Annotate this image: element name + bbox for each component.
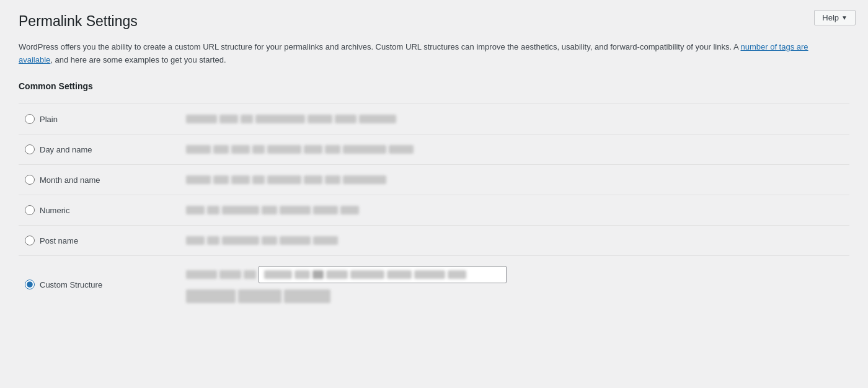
url-segment bbox=[313, 236, 338, 245]
url-segment bbox=[359, 115, 396, 123]
url-segment bbox=[255, 115, 305, 123]
url-segment bbox=[343, 145, 386, 154]
url-segment bbox=[219, 115, 238, 123]
url-segment bbox=[264, 270, 292, 279]
custom-structure-radio-label[interactable]: Custom Structure bbox=[25, 280, 174, 289]
url-segment bbox=[294, 270, 310, 279]
url-segment bbox=[231, 145, 250, 154]
url-segment bbox=[414, 270, 445, 279]
table-row: Day and name bbox=[19, 134, 849, 165]
url-segment bbox=[222, 236, 259, 245]
url-segment bbox=[213, 145, 229, 154]
url-segment bbox=[325, 145, 340, 154]
tag-button[interactable] bbox=[186, 289, 236, 303]
url-segment bbox=[213, 175, 229, 184]
url-segment bbox=[340, 206, 359, 214]
url-segment bbox=[186, 270, 217, 279]
url-segment bbox=[219, 270, 241, 279]
url-segment bbox=[186, 236, 205, 245]
url-segment bbox=[186, 206, 205, 214]
post-name-radio-label[interactable]: Post name bbox=[25, 236, 174, 245]
table-row: Custom Structure bbox=[19, 256, 849, 314]
table-row: Numeric bbox=[19, 195, 849, 226]
table-row: Post name bbox=[19, 226, 849, 256]
page-wrapper: Help ▼ Permalink Settings WordPress offe… bbox=[0, 0, 868, 325]
url-segment bbox=[280, 236, 311, 245]
url-segment bbox=[262, 236, 277, 245]
url-segment bbox=[186, 145, 211, 154]
table-row: Plain bbox=[19, 104, 849, 134]
url-segment bbox=[304, 145, 322, 154]
url-segment bbox=[267, 175, 301, 184]
chevron-down-icon: ▼ bbox=[841, 14, 848, 21]
url-segment bbox=[186, 115, 217, 123]
page-description: WordPress offers you the ability to crea… bbox=[19, 41, 825, 67]
description-text-before: WordPress offers you the ability to crea… bbox=[19, 42, 740, 51]
plain-radio-label[interactable]: Plain bbox=[25, 114, 174, 124]
post-name-url-preview bbox=[186, 236, 843, 245]
url-segment bbox=[350, 270, 384, 279]
custom-structure-tags-row bbox=[186, 287, 843, 303]
custom-structure-label: Custom Structure bbox=[40, 280, 102, 289]
url-segment bbox=[313, 206, 338, 214]
page-title: Permalink Settings bbox=[19, 12, 849, 31]
url-segment bbox=[222, 206, 259, 214]
url-segment bbox=[326, 270, 348, 279]
url-segment bbox=[304, 175, 322, 184]
common-settings-title: Common Settings bbox=[19, 81, 849, 91]
day-and-name-label: Day and name bbox=[40, 145, 92, 154]
permalink-settings-table: Plain bbox=[19, 104, 849, 313]
url-segment bbox=[207, 236, 219, 245]
url-segment bbox=[267, 145, 301, 154]
url-segment bbox=[207, 206, 219, 214]
url-segment bbox=[308, 115, 332, 123]
url-segment bbox=[448, 270, 466, 279]
tag-button[interactable] bbox=[284, 289, 330, 303]
numeric-url-preview bbox=[186, 206, 843, 214]
url-segment bbox=[387, 270, 412, 279]
url-segment bbox=[186, 175, 211, 184]
url-segment bbox=[262, 206, 277, 214]
month-and-name-radio-label[interactable]: Month and name bbox=[25, 175, 174, 185]
custom-structure-input-container[interactable] bbox=[259, 266, 507, 283]
url-segment bbox=[280, 206, 311, 214]
custom-structure-input-row bbox=[186, 266, 843, 283]
url-segment bbox=[252, 175, 265, 184]
numeric-radio[interactable] bbox=[25, 205, 35, 215]
url-segment bbox=[241, 115, 253, 123]
plain-label: Plain bbox=[40, 115, 58, 124]
help-button-label: Help bbox=[822, 13, 839, 22]
url-segment bbox=[312, 270, 324, 279]
plain-radio[interactable] bbox=[25, 114, 35, 124]
url-segment bbox=[389, 145, 414, 154]
numeric-label: Numeric bbox=[40, 206, 69, 215]
day-and-name-url-preview bbox=[186, 145, 843, 154]
plain-url-preview bbox=[186, 115, 843, 123]
post-name-label: Post name bbox=[40, 236, 78, 245]
table-row: Month and name bbox=[19, 165, 849, 195]
url-segment bbox=[252, 145, 265, 154]
description-text-after: , and here are some examples to get you … bbox=[50, 55, 226, 64]
post-name-radio[interactable] bbox=[25, 236, 35, 245]
custom-structure-radio[interactable] bbox=[25, 280, 35, 289]
month-and-name-label: Month and name bbox=[40, 175, 100, 185]
url-segment bbox=[325, 175, 340, 184]
day-and-name-radio[interactable] bbox=[25, 144, 35, 154]
url-segment bbox=[335, 115, 356, 123]
url-segment bbox=[343, 175, 386, 184]
tag-button[interactable] bbox=[238, 289, 281, 303]
url-segment bbox=[244, 270, 256, 279]
month-and-name-radio[interactable] bbox=[25, 175, 35, 185]
custom-structure-preview bbox=[186, 266, 843, 303]
numeric-radio-label[interactable]: Numeric bbox=[25, 205, 174, 215]
url-segment bbox=[231, 175, 250, 184]
help-button[interactable]: Help ▼ bbox=[814, 10, 856, 25]
month-and-name-url-preview bbox=[186, 175, 843, 184]
day-and-name-radio-label[interactable]: Day and name bbox=[25, 144, 174, 154]
